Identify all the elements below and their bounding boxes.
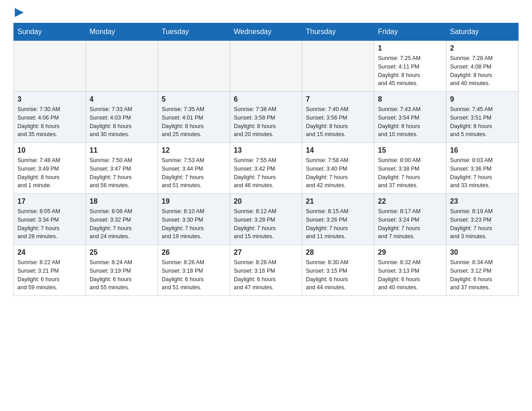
day-info: Sunrise: 8:10 AMSunset: 3:30 PMDaylight:… — [162, 207, 226, 241]
day-info: Sunrise: 8:22 AMSunset: 3:21 PMDaylight:… — [17, 258, 82, 292]
calendar-cell: 27Sunrise: 8:28 AMSunset: 3:16 PMDayligh… — [230, 245, 302, 296]
day-info: Sunrise: 8:05 AMSunset: 3:34 PMDaylight:… — [17, 207, 82, 241]
calendar-cell: 18Sunrise: 8:08 AMSunset: 3:32 PMDayligh… — [86, 194, 158, 245]
day-number: 25 — [90, 248, 154, 257]
day-number: 30 — [450, 248, 515, 257]
calendar-cell: 16Sunrise: 8:03 AMSunset: 3:36 PMDayligh… — [446, 143, 519, 194]
calendar-body: 1Sunrise: 7:25 AMSunset: 4:11 PMDaylight… — [14, 41, 519, 296]
calendar-cell: 24Sunrise: 8:22 AMSunset: 3:21 PMDayligh… — [14, 245, 86, 296]
day-info: Sunrise: 7:45 AMSunset: 3:51 PMDaylight:… — [450, 105, 515, 139]
calendar-cell: 15Sunrise: 8:00 AMSunset: 3:38 PMDayligh… — [374, 143, 446, 194]
day-info: Sunrise: 7:25 AMSunset: 4:11 PMDaylight:… — [378, 54, 442, 88]
day-number: 18 — [90, 197, 154, 206]
calendar-cell: 30Sunrise: 8:34 AMSunset: 3:12 PMDayligh… — [446, 245, 519, 296]
day-info: Sunrise: 8:30 AMSunset: 3:15 PMDaylight:… — [306, 258, 370, 292]
day-number: 10 — [17, 146, 82, 154]
calendar-cell: 29Sunrise: 8:32 AMSunset: 3:13 PMDayligh… — [374, 245, 446, 296]
day-number: 27 — [234, 248, 298, 257]
day-number: 3 — [17, 95, 82, 103]
calendar-cell: 1Sunrise: 7:25 AMSunset: 4:11 PMDaylight… — [374, 41, 446, 92]
calendar-header-sunday: Sunday — [14, 23, 86, 41]
day-number: 24 — [17, 248, 82, 257]
day-info: Sunrise: 8:08 AMSunset: 3:32 PMDaylight:… — [90, 207, 154, 241]
day-number: 4 — [90, 95, 154, 103]
calendar-cell — [302, 41, 374, 92]
day-info: Sunrise: 7:43 AMSunset: 3:54 PMDaylight:… — [378, 105, 442, 139]
day-info: Sunrise: 8:12 AMSunset: 3:28 PMDaylight:… — [234, 207, 298, 241]
calendar-cell: 9Sunrise: 7:45 AMSunset: 3:51 PMDaylight… — [446, 92, 519, 143]
calendar-cell: 21Sunrise: 8:15 AMSunset: 3:26 PMDayligh… — [302, 194, 374, 245]
day-info: Sunrise: 7:35 AMSunset: 4:01 PMDaylight:… — [162, 105, 226, 139]
calendar-header-friday: Friday — [374, 23, 446, 41]
calendar-cell: 11Sunrise: 7:50 AMSunset: 3:47 PMDayligh… — [86, 143, 158, 194]
calendar-cell — [86, 41, 158, 92]
day-number: 15 — [378, 146, 442, 154]
calendar-cell: 22Sunrise: 8:17 AMSunset: 3:24 PMDayligh… — [374, 194, 446, 245]
calendar-cell: 17Sunrise: 8:05 AMSunset: 3:34 PMDayligh… — [14, 194, 86, 245]
day-number: 21 — [306, 197, 370, 206]
calendar-cell: 13Sunrise: 7:55 AMSunset: 3:42 PMDayligh… — [230, 143, 302, 194]
day-info: Sunrise: 7:58 AMSunset: 3:40 PMDaylight:… — [306, 156, 370, 190]
calendar-cell: 6Sunrise: 7:38 AMSunset: 3:58 PMDaylight… — [230, 92, 302, 143]
calendar-cell: 7Sunrise: 7:40 AMSunset: 3:56 PMDaylight… — [302, 92, 374, 143]
day-info: Sunrise: 8:26 AMSunset: 3:18 PMDaylight:… — [162, 258, 226, 292]
calendar-cell: 26Sunrise: 8:26 AMSunset: 3:18 PMDayligh… — [158, 245, 230, 296]
day-info: Sunrise: 8:34 AMSunset: 3:12 PMDaylight:… — [450, 258, 515, 292]
day-number: 8 — [378, 95, 442, 103]
calendar-header-saturday: Saturday — [446, 23, 519, 41]
day-number: 9 — [450, 95, 515, 103]
day-number: 13 — [234, 146, 298, 154]
calendar-header-wednesday: Wednesday — [230, 23, 302, 41]
calendar-header-thursday: Thursday — [302, 23, 374, 41]
day-number: 19 — [162, 197, 226, 206]
calendar-cell — [14, 41, 86, 92]
calendar-cell: 4Sunrise: 7:33 AMSunset: 4:03 PMDaylight… — [86, 92, 158, 143]
calendar-cell: 8Sunrise: 7:43 AMSunset: 3:54 PMDaylight… — [374, 92, 446, 143]
logo-triangle-icon — [15, 8, 24, 17]
calendar-header-tuesday: Tuesday — [158, 23, 230, 41]
day-info: Sunrise: 7:55 AMSunset: 3:42 PMDaylight:… — [234, 156, 298, 190]
day-info: Sunrise: 7:48 AMSunset: 3:49 PMDaylight:… — [17, 156, 82, 190]
day-info: Sunrise: 7:28 AMSunset: 4:08 PMDaylight:… — [450, 54, 515, 88]
day-info: Sunrise: 8:17 AMSunset: 3:24 PMDaylight:… — [378, 207, 442, 241]
day-number: 14 — [306, 146, 370, 154]
calendar-table: SundayMondayTuesdayWednesdayThursdayFrid… — [13, 23, 519, 296]
calendar-header-row: SundayMondayTuesdayWednesdayThursdayFrid… — [14, 23, 519, 41]
day-info: Sunrise: 8:32 AMSunset: 3:13 PMDaylight:… — [378, 258, 442, 292]
calendar-cell: 10Sunrise: 7:48 AMSunset: 3:49 PMDayligh… — [14, 143, 86, 194]
day-info: Sunrise: 8:03 AMSunset: 3:36 PMDaylight:… — [450, 156, 515, 190]
calendar-header-monday: Monday — [86, 23, 158, 41]
svg-marker-0 — [15, 8, 24, 17]
calendar-week-4: 17Sunrise: 8:05 AMSunset: 3:34 PMDayligh… — [14, 194, 519, 245]
day-info: Sunrise: 7:30 AMSunset: 4:06 PMDaylight:… — [17, 105, 82, 139]
calendar-week-2: 3Sunrise: 7:30 AMSunset: 4:06 PMDaylight… — [14, 92, 519, 143]
day-number: 26 — [162, 248, 226, 257]
calendar-week-1: 1Sunrise: 7:25 AMSunset: 4:11 PMDaylight… — [14, 41, 519, 92]
calendar-cell — [158, 41, 230, 92]
day-number: 28 — [306, 248, 370, 257]
day-number: 11 — [90, 146, 154, 154]
day-number: 7 — [306, 95, 370, 103]
day-info: Sunrise: 7:40 AMSunset: 3:56 PMDaylight:… — [306, 105, 370, 139]
day-number: 16 — [450, 146, 515, 154]
calendar-cell: 5Sunrise: 7:35 AMSunset: 4:01 PMDaylight… — [158, 92, 230, 143]
day-number: 17 — [17, 197, 82, 206]
calendar-cell: 2Sunrise: 7:28 AMSunset: 4:08 PMDaylight… — [446, 41, 519, 92]
calendar-week-3: 10Sunrise: 7:48 AMSunset: 3:49 PMDayligh… — [14, 143, 519, 194]
calendar-cell: 14Sunrise: 7:58 AMSunset: 3:40 PMDayligh… — [302, 143, 374, 194]
day-number: 1 — [378, 44, 442, 52]
day-number: 12 — [162, 146, 226, 154]
day-info: Sunrise: 8:15 AMSunset: 3:26 PMDaylight:… — [306, 207, 370, 241]
day-number: 23 — [450, 197, 515, 206]
day-info: Sunrise: 7:50 AMSunset: 3:47 PMDaylight:… — [90, 156, 154, 190]
logo — [13, 9, 27, 16]
calendar-cell: 20Sunrise: 8:12 AMSunset: 3:28 PMDayligh… — [230, 194, 302, 245]
day-info: Sunrise: 7:38 AMSunset: 3:58 PMDaylight:… — [234, 105, 298, 139]
day-number: 5 — [162, 95, 226, 103]
day-info: Sunrise: 8:28 AMSunset: 3:16 PMDaylight:… — [234, 258, 298, 292]
calendar-cell: 19Sunrise: 8:10 AMSunset: 3:30 PMDayligh… — [158, 194, 230, 245]
calendar-week-5: 24Sunrise: 8:22 AMSunset: 3:21 PMDayligh… — [14, 245, 519, 296]
day-number: 6 — [234, 95, 298, 103]
page-header — [13, 9, 519, 16]
day-number: 22 — [378, 197, 442, 206]
